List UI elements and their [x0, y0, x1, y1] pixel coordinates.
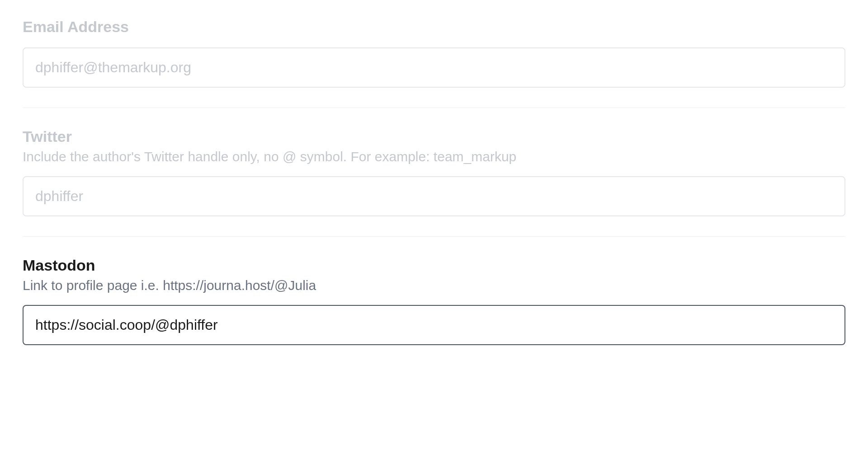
mastodon-field-group: Mastodon Link to profile page i.e. https… [23, 257, 845, 365]
mastodon-label: Mastodon [23, 257, 845, 274]
email-field[interactable] [23, 47, 845, 88]
twitter-help: Include the author's Twitter handle only… [23, 149, 845, 164]
twitter-label: Twitter [23, 128, 845, 145]
twitter-field[interactable] [23, 176, 845, 216]
mastodon-field[interactable] [23, 305, 845, 345]
profile-form: Email Address Twitter Include the author… [0, 0, 868, 365]
mastodon-help: Link to profile page i.e. https://journa… [23, 278, 845, 293]
email-label: Email Address [23, 18, 845, 36]
twitter-field-group: Twitter Include the author's Twitter han… [23, 128, 845, 237]
email-field-group: Email Address [23, 18, 845, 108]
